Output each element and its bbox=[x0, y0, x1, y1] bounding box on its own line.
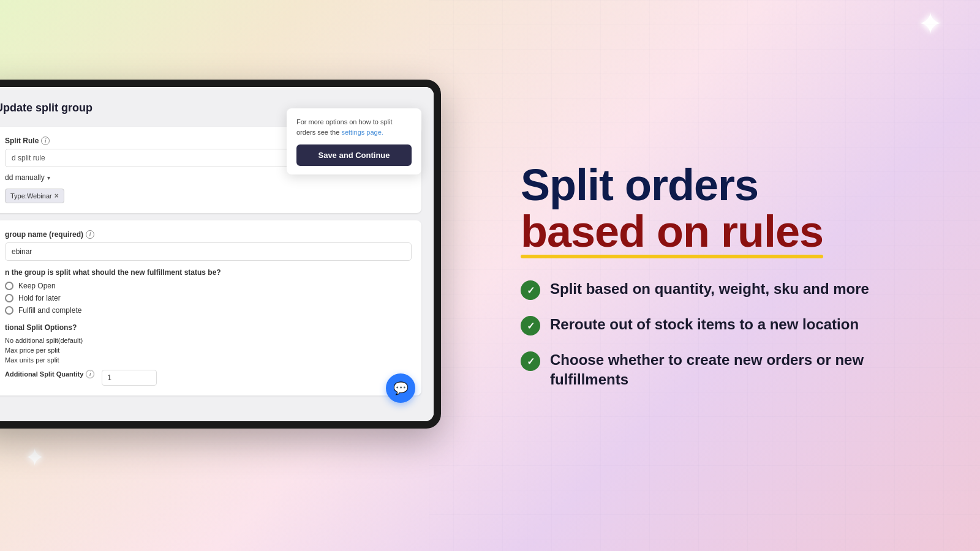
feature-text-2: Reroute out of stock items to a new loca… bbox=[550, 315, 859, 334]
split-rule-info-icon[interactable]: i bbox=[41, 137, 50, 145]
tag-container: Type:Webinar × bbox=[5, 189, 412, 203]
split-options-list: No additional split(default) Max price p… bbox=[5, 337, 412, 364]
headline-line1: Split orders bbox=[521, 162, 931, 209]
chat-fab-button[interactable]: 💬 bbox=[386, 373, 415, 403]
tablet-mockup: Update split group Split Rule i d split … bbox=[0, 80, 441, 429]
tablet-frame: Update split group Split Rule i d split … bbox=[0, 80, 441, 429]
fulfillment-option-keep-open[interactable]: Keep Open bbox=[5, 282, 412, 290]
additional-split-row: Additional Split Quantity i bbox=[5, 370, 412, 386]
feature-item-2: ✓ Reroute out of stock items to a new lo… bbox=[521, 315, 931, 335]
chat-icon: 💬 bbox=[393, 381, 409, 395]
feature-item-1: ✓ Split based on quantity, weight, sku a… bbox=[521, 279, 931, 300]
group-config-card: group name (required) i n the group is s… bbox=[0, 220, 421, 395]
marketing-panel: Split orders based on rules ✓ Split base… bbox=[447, 0, 980, 551]
fulfillment-options-list: Keep Open Hold for later Fulfill and com… bbox=[5, 282, 412, 315]
additional-split-info-icon[interactable]: i bbox=[86, 370, 94, 378]
fulfillment-option-fulfill[interactable]: Fulfill and complete bbox=[5, 306, 412, 315]
feature-text-3: Choose whether to create new orders or n… bbox=[550, 350, 931, 388]
check-icon-2: ✓ bbox=[521, 316, 540, 335]
feature-text-1: Split based on quantity, weight, sku and… bbox=[550, 279, 869, 298]
radio-fulfill bbox=[5, 306, 13, 315]
check-icon-1: ✓ bbox=[521, 280, 540, 300]
tablet-screen: Update split group Split Rule i d split … bbox=[0, 87, 434, 421]
additional-split-label: Additional Split Quantity i bbox=[5, 370, 94, 378]
fulfillment-option-hold[interactable]: Hold for later bbox=[5, 294, 412, 302]
tag-item: Type:Webinar × bbox=[5, 189, 64, 203]
group-name-input[interactable] bbox=[5, 242, 412, 261]
additional-split-qty-input[interactable] bbox=[102, 370, 157, 386]
feature-item-3: ✓ Choose whether to create new orders or… bbox=[521, 350, 931, 388]
fulfillment-question-label: n the group is split what should the new… bbox=[5, 268, 412, 277]
headline-line2: based on rules bbox=[521, 209, 823, 255]
split-options-title: tional Split Options? bbox=[5, 323, 412, 332]
group-name-info-icon[interactable]: i bbox=[86, 230, 94, 239]
headline-container: Split orders based on rules bbox=[521, 162, 931, 279]
radio-keep-open bbox=[5, 282, 13, 290]
split-option-max-price: Max price per split bbox=[5, 347, 412, 354]
add-manually-button[interactable]: dd manually ▾ bbox=[5, 173, 50, 182]
info-card: For more options on how to split orders … bbox=[287, 108, 421, 174]
info-card-text: For more options on how to split orders … bbox=[296, 117, 412, 137]
settings-page-link[interactable]: settings page. bbox=[341, 129, 383, 136]
save-continue-button[interactable]: Save and Continue bbox=[296, 144, 412, 166]
split-option-max-units: Max units per split bbox=[5, 356, 412, 364]
features-list: ✓ Split based on quantity, weight, sku a… bbox=[521, 279, 931, 388]
chevron-down-icon: ▾ bbox=[47, 174, 50, 181]
group-name-label: group name (required) i bbox=[5, 230, 412, 239]
check-icon-3: ✓ bbox=[521, 351, 540, 371]
radio-hold bbox=[5, 294, 13, 302]
tag-close-icon[interactable]: × bbox=[55, 192, 59, 200]
split-option-default: No additional split(default) bbox=[5, 337, 412, 344]
